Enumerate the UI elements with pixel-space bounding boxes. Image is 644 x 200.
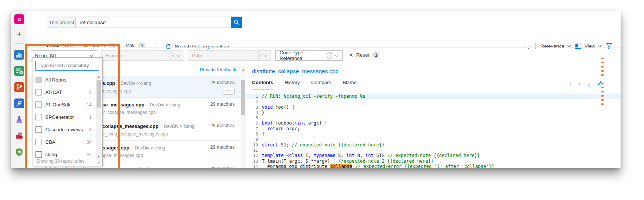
split-view-icon bbox=[575, 43, 581, 49]
line-number: 14 bbox=[248, 164, 258, 168]
app-sidebar: D + bbox=[11, 11, 27, 168]
tab-compare[interactable]: Compare bbox=[311, 80, 331, 89]
line-number: 7 bbox=[248, 126, 258, 132]
repo-option[interactable]: AT-CAT2 bbox=[35, 86, 100, 98]
result-repo-breadcrumb: DevDiv > clang bbox=[135, 145, 165, 151]
repo-name: Cascade-reviews bbox=[45, 127, 83, 132]
download-icon[interactable]: ↓ bbox=[588, 80, 591, 86]
repo-checkbox[interactable] bbox=[35, 139, 42, 145]
chevron-down-icon bbox=[176, 52, 180, 57]
scrollbar-thumb bbox=[241, 80, 245, 115]
search-scope-chip[interactable]: This project bbox=[47, 17, 76, 28]
results-scrollbar[interactable]: ▲ bbox=[241, 67, 246, 168]
repo-name: CBA bbox=[45, 139, 55, 145]
line-number: 6 bbox=[248, 121, 258, 126]
preview-filename-link[interactable]: distribute_collapse_messages.cpp bbox=[252, 68, 621, 74]
code-type-filter[interactable]: Code Type: Reference ? bbox=[275, 50, 343, 61]
code-line: 7 return argc; bbox=[246, 126, 621, 131]
view-dropdown[interactable]: View bbox=[575, 43, 601, 49]
repo-count: 14 bbox=[87, 102, 92, 108]
chevron-down-icon bbox=[263, 52, 267, 57]
repo-option[interactable]: CBA34 bbox=[35, 136, 100, 148]
code-line: 6bool foobool(int argc) { bbox=[246, 120, 621, 126]
test-plans-icon[interactable] bbox=[14, 114, 25, 125]
search-org-link[interactable]: Search this organization bbox=[165, 43, 229, 49]
match-count: 29 matches bbox=[210, 80, 235, 85]
repo-name: BPGenerator bbox=[45, 114, 74, 120]
close-icon: × bbox=[349, 52, 353, 58]
line-number: 12 bbox=[248, 153, 258, 158]
repo-list-scrollbar[interactable]: ▲ ▼ bbox=[96, 74, 101, 160]
repo-option[interactable]: AT-OneSdk14 bbox=[35, 98, 100, 111]
repo-option[interactable]: ✓All Repos bbox=[35, 74, 100, 86]
repo-name: All Repos bbox=[45, 77, 66, 83]
code-viewer[interactable]: 1// RUN: %clang_cc1 -verify -fopenmp %s2… bbox=[246, 94, 621, 168]
overview-icon[interactable] bbox=[14, 49, 25, 60]
line-number: 2 bbox=[248, 99, 258, 105]
repo-count: 1 bbox=[89, 115, 92, 120]
search-button[interactable] bbox=[231, 17, 242, 28]
pipelines-icon[interactable] bbox=[14, 98, 25, 109]
help-icon: ? bbox=[168, 52, 174, 58]
tabs-divider bbox=[155, 43, 155, 50]
search-input[interactable] bbox=[75, 17, 235, 28]
resize-grip[interactable] bbox=[97, 160, 101, 164]
match-marker bbox=[601, 87, 604, 88]
more-actions-button[interactable]: ··· bbox=[223, 88, 235, 95]
add-project-button[interactable]: + bbox=[17, 30, 22, 38]
previous-match-icon[interactable]: ↑ bbox=[569, 80, 572, 86]
chevron-down-icon bbox=[335, 52, 339, 57]
code-line: 2 bbox=[246, 99, 621, 104]
help-icon: ? bbox=[327, 52, 332, 58]
repo-checkbox[interactable] bbox=[35, 89, 42, 95]
reset-filters-button[interactable]: × Reset 1 bbox=[349, 51, 380, 58]
sort-order-icon[interactable]: ↓ bbox=[524, 43, 531, 49]
code-line: 11 bbox=[246, 148, 621, 153]
tab-blame[interactable]: Blame bbox=[343, 80, 357, 89]
results-toolbar: ↓ Relevance View bbox=[524, 43, 612, 49]
match-marker bbox=[601, 66, 604, 68]
filter-icon[interactable] bbox=[606, 43, 612, 49]
repo-name: AT-OneSdk bbox=[45, 102, 70, 108]
match-marker bbox=[601, 103, 604, 105]
shield-icon[interactable] bbox=[14, 147, 25, 157]
tab-contents[interactable]: Contents bbox=[252, 80, 273, 89]
chevron-down-icon bbox=[89, 52, 94, 57]
result-repo-breadcrumb: DevDiv > clang bbox=[120, 81, 151, 86]
help-icon: ? bbox=[255, 52, 261, 58]
result-filename[interactable]: parallel_for_simd_collapse_messages.cpp bbox=[34, 166, 134, 168]
tab-history[interactable]: History bbox=[284, 80, 300, 89]
repo-count: 2 bbox=[89, 90, 92, 95]
project-avatar[interactable]: D bbox=[14, 14, 24, 24]
repos-icon[interactable] bbox=[14, 82, 25, 92]
match-marker bbox=[601, 62, 604, 63]
sort-relevance-dropdown[interactable]: Relevance bbox=[540, 43, 570, 49]
match-count: 29 matches bbox=[210, 102, 235, 107]
path-filter: Path: ? bbox=[188, 50, 271, 61]
branch-filter: Branch: ? bbox=[101, 50, 184, 61]
repo-option-list: ✓All ReposAT-CAT2AT-OneSdk14BPGenerator1… bbox=[35, 74, 100, 161]
line-number: 1 bbox=[248, 94, 258, 99]
result-repo-breadcrumb: DevDiv > clang bbox=[150, 102, 180, 108]
repo-checkbox[interactable]: ✓ bbox=[35, 77, 42, 83]
line-number: 4 bbox=[248, 110, 258, 115]
line-number: 11 bbox=[248, 148, 258, 153]
code-line: 14 #pragma omp distribute collapse // ex… bbox=[246, 164, 621, 168]
result-repo-breadcrumb: DevDiv > clang bbox=[139, 167, 169, 168]
repo-option[interactable]: BPGenerator1 bbox=[35, 111, 100, 123]
provide-feedback-link[interactable]: Provide feedback bbox=[200, 67, 236, 72]
browser-window: D + This project bbox=[11, 11, 621, 168]
code-line: 5 bbox=[246, 115, 621, 120]
preview-actions: ↑ ↓ ↓ bbox=[569, 80, 603, 86]
next-match-icon[interactable]: ↓ bbox=[578, 80, 581, 86]
repo-checkbox[interactable] bbox=[35, 102, 42, 108]
repo-checkbox[interactable] bbox=[35, 114, 42, 120]
match-count: 29 matches bbox=[210, 145, 235, 150]
scrollbar-thumb bbox=[97, 80, 101, 108]
repo-checkbox[interactable] bbox=[35, 126, 42, 133]
repo-search-input[interactable] bbox=[35, 61, 99, 71]
artifacts-icon[interactable] bbox=[14, 131, 25, 141]
repo-option[interactable]: Cascade-reviews3 bbox=[35, 123, 100, 136]
boards-icon[interactable] bbox=[14, 66, 25, 76]
code-line: 12template <class T, typename S, int N, … bbox=[246, 153, 621, 158]
